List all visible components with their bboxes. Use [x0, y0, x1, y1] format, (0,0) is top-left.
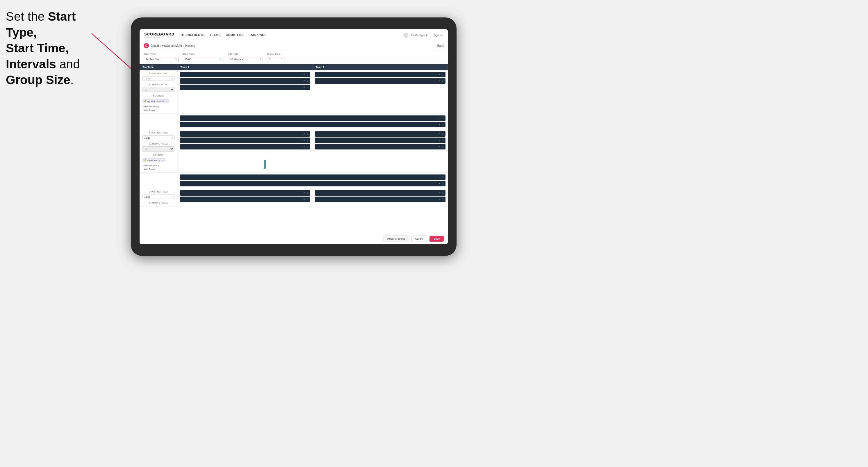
breadcrumb-hosting: Hosting — [185, 44, 195, 48]
table-header: Tee Time Team 1 Team 2 — [140, 64, 448, 70]
close-icon-t2p2g1[interactable]: ✕ — [438, 80, 440, 82]
start-time-group: Start Time 🕙 — [183, 53, 224, 62]
user-email: blair@clippd.io — [411, 34, 428, 37]
sign-out-link[interactable]: Sign out — [434, 34, 443, 37]
logo-text: SCOREBOARD — [144, 32, 175, 36]
team2-col-g3: ✕ ⊙ ✕ ⊙ — [313, 189, 448, 207]
close-icon-t2p1g3[interactable]: ✕ — [438, 192, 440, 194]
group-size-wrapper: 3 — [267, 56, 284, 62]
close-icon-t2p1g2[interactable]: ✕ — [438, 133, 440, 135]
starting-hole-wrapper-g1: 1 — [143, 86, 175, 93]
start-type-select[interactable]: 1st Tee Start — [144, 57, 179, 62]
team1-player2-g3: ✕ ⊙ — [180, 196, 310, 202]
close-icon-cp2g1[interactable]: ✕ — [438, 123, 440, 126]
table-row: STARTING TIME: ⏱ STARTING HOLE: 1 — [140, 70, 448, 114]
course-name-g2: East Lake GC — [148, 159, 161, 162]
starting-hole-select-g2[interactable]: 1 — [143, 146, 175, 152]
group-size-label: Group Size — [267, 53, 284, 55]
tablet-side-button — [264, 160, 266, 169]
save-button[interactable]: Save — [430, 236, 444, 242]
instruction-text: Set the Start Type, Start Time, Interval… — [6, 9, 93, 88]
close-icon-t1p1g2[interactable]: ✕ — [303, 133, 305, 135]
intervals-group: Intervals 10 Minutes — [228, 53, 263, 62]
instruction-bold3: Intervals — [6, 57, 56, 71]
course-players-g1: ✕ ⊙ ✕ ⊙ — [177, 114, 448, 130]
team2-player3-g2: ✕ ⊙ — [315, 144, 445, 150]
starting-time-input-wrapper-g3: ⏱ — [143, 194, 175, 200]
close-icon-t2p2g3[interactable]: ✕ — [438, 198, 440, 200]
starting-time-input-wrapper-g2: ⏱ — [143, 135, 175, 141]
breadcrumb-bar: C Clippd Invitational (Men) › Hosting ‹ … — [140, 41, 448, 50]
instruction-bold1: Start Type, — [6, 9, 75, 39]
team2-player1-g3: ✕ ⊙ — [315, 190, 445, 196]
cancel-button[interactable]: Cancel — [411, 236, 427, 242]
course-player2-g1: ✕ ⊙ — [180, 122, 445, 127]
close-icon-cp2g2[interactable]: ✕ — [438, 182, 440, 185]
start-type-group: Start Type 1st Tee Start — [144, 53, 179, 62]
starting-time-input-g3[interactable] — [143, 194, 175, 199]
close-icon-t2p3g2[interactable]: ✕ — [438, 146, 440, 148]
intervals-select[interactable]: 10 Minutes — [228, 57, 263, 62]
table-row: STARTING TIME: ⏱ STARTING HOLE: 1 — [140, 130, 448, 173]
info-icon-cp1g2: ⊙ — [442, 176, 444, 179]
close-icon-t1p1g1[interactable]: ✕ — [303, 73, 305, 76]
close-icon-cp1g1[interactable]: ✕ — [438, 117, 440, 120]
team1-player1-g3: ✕ ⊙ — [180, 190, 310, 196]
starting-time-label-g2: STARTING TIME: — [143, 131, 175, 134]
nav-tournaments[interactable]: TOURNAMENTS — [180, 33, 205, 37]
course-remove-icon-g2[interactable]: ✕ — [162, 159, 164, 162]
course-label-g2: COURSE: — [143, 154, 175, 156]
info-icon-t1p2g2: ⊙ — [307, 139, 309, 142]
team1-player3-g1: ✕ ⊙ — [180, 85, 310, 90]
starting-time-input-g2[interactable] — [143, 135, 175, 140]
close-icon-t1p3g2[interactable]: ✕ — [303, 146, 305, 148]
group-actions-g1: ○ Remove Group + Add Group — [143, 105, 175, 112]
nav-teams[interactable]: TEAMS — [210, 33, 221, 37]
back-button[interactable]: ‹ Back — [436, 44, 444, 48]
close-icon-t2p1g1[interactable]: ✕ — [438, 73, 440, 76]
close-icon-t1p2g2[interactable]: ✕ — [303, 139, 305, 142]
team2-player1-g2: ✕ ⊙ — [315, 131, 445, 137]
starting-hole-label-g2: STARTING HOLE: — [143, 143, 175, 145]
close-icon-cp1g2[interactable]: ✕ — [438, 176, 440, 179]
close-icon-t1p3g1[interactable]: ✕ — [303, 86, 305, 89]
course-tag-g2: ⛳ East Lake GC ✕ — [143, 158, 165, 162]
left-col-group2: STARTING TIME: ⏱ STARTING HOLE: 1 — [140, 130, 177, 173]
team2-col-g2: ✕ ⊙ ✕ ⊙ ✕ ⊙ — [313, 130, 448, 173]
group-size-select[interactable]: 3 — [267, 57, 284, 62]
tee-table: Tee Time Team 1 Team 2 STARTING TIME: ⏱ — [140, 64, 448, 207]
team1-player2-g1: ✕ ⊙ — [180, 78, 310, 84]
add-group-btn-g1[interactable]: + Add Group — [143, 108, 175, 112]
nav-rankings[interactable]: RANKINGS — [250, 33, 266, 37]
navbar: SCOREBOARD Powered by clipp TOURNAMENTS … — [140, 29, 448, 41]
remove-group-btn-g1[interactable]: ○ Remove Group — [143, 105, 175, 108]
logo: SCOREBOARD Powered by clipp — [144, 32, 175, 38]
info-icon-t2p2g3: ⊙ — [442, 198, 444, 200]
add-group-btn-g2[interactable]: + Add Group — [143, 167, 175, 171]
nav-committee[interactable]: COMMITTEE — [226, 33, 245, 37]
instruction-bold2: Start Time, — [6, 41, 69, 55]
close-icon-t2p2g2[interactable]: ✕ — [438, 139, 440, 142]
breadcrumb-tournament[interactable]: Clippd Invitational (Men) — [151, 44, 182, 48]
intervals-wrapper: 10 Minutes — [228, 56, 263, 62]
course-player2-g2: ✕ ⊙ — [180, 181, 445, 186]
team2-player2-g2: ✕ ⊙ — [315, 137, 445, 143]
reset-changes-button[interactable]: Reset Changes — [383, 236, 409, 242]
remove-group-btn-g2[interactable]: ○ Remove Group — [143, 164, 175, 167]
start-time-input[interactable] — [183, 57, 224, 62]
starting-time-label-g3: STARTING TIME: — [143, 190, 175, 193]
starting-time-input-g1[interactable] — [143, 76, 175, 81]
info-icon-cp2g1: ⊙ — [442, 123, 444, 126]
table-area: Tee Time Team 1 Team 2 STARTING TIME: ⏱ — [140, 64, 448, 233]
team1-player3-g2: ✕ ⊙ — [180, 144, 310, 150]
team2-col-g1: ✕ ⊙ ✕ ⊙ — [313, 70, 448, 114]
breadcrumb-sep: › — [183, 44, 184, 48]
course-name-g1: (A) Peachtree GC — [148, 100, 165, 103]
info-icon-t1p1g2: ⊙ — [307, 133, 309, 135]
starting-hole-select-g1[interactable]: 1 — [143, 87, 175, 92]
close-icon-t1p1g3[interactable]: ✕ — [303, 192, 305, 194]
close-icon-t1p2g1[interactable]: ✕ — [303, 80, 305, 82]
course-remove-icon-g1[interactable]: ✕ — [166, 100, 168, 103]
info-icon-t1p2g1: ⊙ — [307, 80, 309, 82]
close-icon-t1p2g3[interactable]: ✕ — [303, 198, 305, 200]
